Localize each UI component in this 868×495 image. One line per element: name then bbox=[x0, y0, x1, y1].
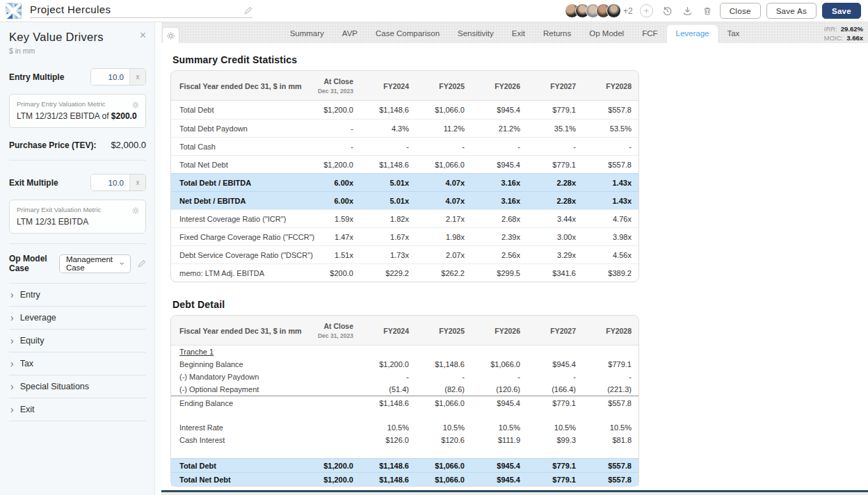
edit-case-icon[interactable] bbox=[137, 259, 146, 268]
row-value: $1,148.6 bbox=[360, 476, 416, 484]
gear-icon[interactable] bbox=[131, 205, 140, 218]
add-collaborator-button[interactable]: + bbox=[638, 3, 654, 19]
plus-icon: + bbox=[640, 4, 653, 17]
table-row: Total Debt$1,200.0$1,148.6$1,066.0$945.4… bbox=[171, 101, 638, 119]
row-value: $1,066.0 bbox=[416, 106, 472, 114]
edit-title-icon[interactable] bbox=[243, 6, 252, 15]
collaborator-overflow-count: +2 bbox=[623, 6, 633, 16]
sidebar-accordion: ›Entry›Leverage›Equity›Tax›Special Situa… bbox=[9, 284, 146, 421]
tab-sensitivity[interactable]: Sensitivity bbox=[449, 25, 503, 43]
close-button[interactable]: Close bbox=[720, 3, 761, 19]
row-value: $945.4 bbox=[472, 462, 527, 470]
row-label: Total Debt / EBITDA bbox=[171, 179, 305, 187]
tab-exit[interactable]: Exit bbox=[503, 25, 534, 43]
row-value: $1,066.0 bbox=[416, 476, 472, 484]
entry-valuation-metric-card[interactable]: Primary Entry Valuation Metric LTM 12/31… bbox=[9, 94, 146, 128]
download-icon[interactable] bbox=[680, 3, 695, 18]
exit-multiple-input[interactable] bbox=[91, 175, 129, 190]
row-value: (166.4) bbox=[527, 385, 583, 393]
tab-tax[interactable]: Tax bbox=[718, 25, 748, 43]
chevron-right-icon: › bbox=[10, 383, 14, 390]
row-value: 4.56x bbox=[583, 251, 638, 259]
row-value: $1,148.6 bbox=[416, 360, 472, 368]
section-label: Entry bbox=[20, 290, 40, 300]
row-value: 3.00x bbox=[527, 233, 583, 241]
gear-icon[interactable] bbox=[131, 99, 140, 112]
moic-label: MOIC: bbox=[824, 34, 843, 42]
row-label: Total Debt Paydown bbox=[171, 124, 305, 133]
tab-leverage[interactable]: Leverage bbox=[667, 25, 718, 43]
row-value: 3.16x bbox=[472, 179, 527, 187]
row-value: $1,148.6 bbox=[360, 106, 416, 114]
sidebar-section-entry[interactable]: ›Entry bbox=[9, 284, 146, 307]
collaborator-avatars: +2 bbox=[565, 3, 633, 18]
row-value: 2.28x bbox=[527, 179, 583, 187]
sidebar-section-equity[interactable]: ›Equity bbox=[9, 330, 146, 352]
row-value: - bbox=[305, 143, 360, 151]
chevron-right-icon: › bbox=[10, 406, 14, 413]
save-as-button[interactable]: Save As bbox=[766, 3, 817, 19]
header-year: FY2026 bbox=[472, 82, 527, 90]
tab-returns[interactable]: Returns bbox=[534, 25, 580, 43]
row-value: $1,148.6 bbox=[360, 399, 416, 407]
table-row: (-) Optional Repayment(51.4)(82.6)(120.6… bbox=[171, 383, 638, 396]
exit-metric-text: LTM 12/31 EBITDA bbox=[17, 217, 88, 227]
op-model-case-select[interactable]: Management Case bbox=[59, 254, 131, 273]
sidebar-section-tax[interactable]: ›Tax bbox=[9, 352, 146, 375]
trash-icon[interactable] bbox=[700, 4, 714, 18]
exit-valuation-metric-card[interactable]: Primary Exit Valuation Metric LTM 12/31 … bbox=[9, 200, 146, 234]
header-year: FY2027 bbox=[527, 327, 583, 335]
row-value: 3.29x bbox=[527, 251, 583, 259]
row-value: - bbox=[472, 143, 527, 151]
tab-fcf[interactable]: FCF bbox=[633, 25, 666, 43]
header-at-close: At Close Dec 31, 2023 bbox=[305, 77, 360, 95]
project-title[interactable]: Project Hercules bbox=[30, 3, 111, 15]
row-value: 3.44x bbox=[527, 215, 583, 223]
row-value: 1.73x bbox=[360, 251, 416, 259]
row-label: Debt Service Coverage Ratio ("DSCR") bbox=[171, 251, 305, 259]
topbar: Project Hercules +2 + bbox=[0, 0, 868, 22]
table-row: Ending Balance$1,148.6$1,066.0$945.4$779… bbox=[171, 396, 638, 409]
row-value: 10.5% bbox=[583, 423, 638, 432]
header-at-close: At Close Dec 31, 2023 bbox=[305, 322, 360, 339]
sidebar-section-exit[interactable]: ›Exit bbox=[9, 398, 146, 421]
row-value: $1,200.0 bbox=[305, 462, 360, 470]
selected-case: Management Case bbox=[66, 255, 115, 272]
row-value: $779.1 bbox=[527, 106, 583, 114]
sidebar-scrollbar-track[interactable] bbox=[154, 22, 161, 495]
chevron-right-icon: › bbox=[10, 291, 14, 298]
row-label: Ending Balance bbox=[171, 399, 305, 407]
entry-multiple-input[interactable] bbox=[91, 69, 129, 85]
tab-avp[interactable]: AVP bbox=[333, 25, 367, 43]
row-value: - bbox=[416, 373, 472, 381]
row-value: 53.5% bbox=[583, 124, 638, 133]
history-icon[interactable] bbox=[660, 3, 675, 18]
row-value: 3.16x bbox=[472, 197, 527, 205]
row-label: Fixed Charge Coverage Ratio ("FCCR") bbox=[171, 233, 305, 241]
row-value: - bbox=[360, 143, 416, 151]
close-panel-icon[interactable]: × bbox=[140, 31, 146, 40]
row-value: 4.76x bbox=[583, 215, 638, 223]
save-button[interactable]: Save bbox=[822, 3, 861, 19]
sidebar-section-special-situations[interactable]: ›Special Situations bbox=[9, 375, 146, 398]
row-label: Total Debt bbox=[171, 106, 305, 114]
table-row: Debt Service Coverage Ratio ("DSCR")1.51… bbox=[171, 245, 638, 263]
tab-case-comparison[interactable]: Case Comparison bbox=[367, 25, 449, 43]
tab-op-model[interactable]: Op Model bbox=[580, 25, 633, 43]
row-value: $557.8 bbox=[583, 106, 638, 114]
row-value: 1.47x bbox=[305, 233, 360, 241]
row-value: 10.5% bbox=[527, 423, 583, 432]
row-value: $945.4 bbox=[472, 161, 527, 169]
tab-summary[interactable]: Summary bbox=[281, 25, 333, 43]
entry-multiple-label: Entry Multiple bbox=[9, 72, 64, 82]
row-value: $81.8 bbox=[583, 436, 638, 444]
sidebar-section-leverage[interactable]: ›Leverage bbox=[9, 307, 146, 330]
row-label: memo: LTM Adj. EBITDA bbox=[171, 269, 305, 277]
settings-gear-tab[interactable] bbox=[162, 27, 179, 43]
table-header: Fiscal Year ended Dec 31, $ in mm At Clo… bbox=[171, 316, 638, 346]
table-row: Total Debt Paydown-4.3%11.2%21.2%35.1%53… bbox=[171, 119, 638, 137]
table-spacer-row bbox=[171, 446, 638, 458]
leverage-tab-content: Summary Credit Statistics Fiscal Year en… bbox=[161, 43, 868, 490]
header-year: FY2025 bbox=[416, 327, 472, 335]
row-value: - bbox=[527, 373, 583, 381]
